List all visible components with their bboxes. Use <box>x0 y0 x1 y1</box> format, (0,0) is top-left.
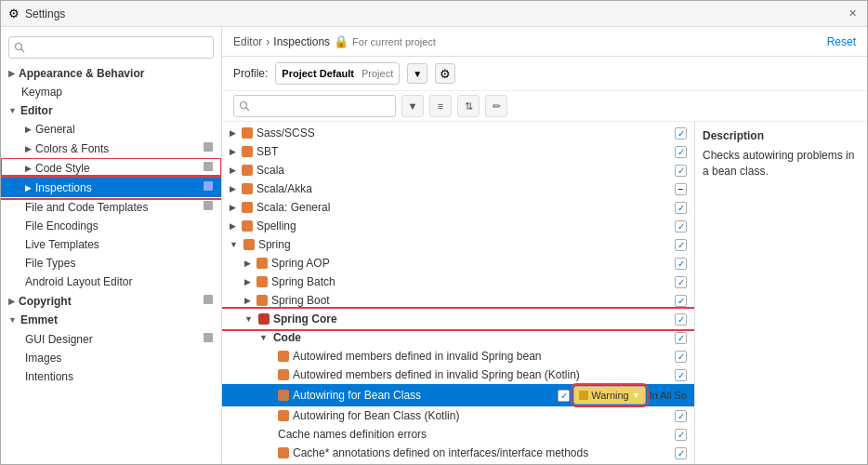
in-all-scope-label: In All So <box>650 390 687 401</box>
edit-button[interactable]: ✏ <box>485 95 507 117</box>
enabled-checkbox[interactable]: ✓ <box>675 369 687 381</box>
check-icon: ✓ <box>677 147 685 157</box>
breadcrumb-sep: › <box>266 35 270 48</box>
sidebar-icon <box>203 141 214 155</box>
profile-dropdown-button[interactable]: ▼ <box>407 63 427 84</box>
profile-name: Project Default <box>282 68 354 79</box>
enabled-checkbox[interactable]: ✓ <box>675 429 687 441</box>
description-panel: Description Checks autowiring problems i… <box>695 122 867 464</box>
sidebar-label: File and Code Templates <box>25 201 149 214</box>
sidebar-item-images[interactable]: Images <box>1 349 221 367</box>
enabled-checkbox[interactable]: ✓ <box>675 447 687 459</box>
sidebar-item-android-layout[interactable]: Android Layout Editor <box>1 272 221 291</box>
tree-item-autowiring-bean-kotlin[interactable]: Autowiring for Bean Class (Kotlin) ✓ <box>222 406 694 425</box>
expand-icon: ▼ <box>259 333 268 342</box>
enabled-checkbox[interactable]: ✓ <box>675 276 687 288</box>
filter-button[interactable]: ▼ <box>401 95 424 117</box>
warning-label: Warning <box>591 390 629 401</box>
check-icon: ✓ <box>677 128 685 139</box>
tree-item-autowiring-bean-class[interactable]: Autowiring for Bean Class ✓ Warning ▼ In… <box>222 384 694 406</box>
sidebar-label: File Encodings <box>25 219 99 232</box>
sidebar-item-general[interactable]: ▶ General <box>1 120 221 139</box>
enabled-checkbox[interactable]: ✓ <box>675 127 687 140</box>
sidebar-item-gui-designer[interactable]: GUI Designer <box>1 329 221 349</box>
check-icon: ✓ <box>560 391 568 401</box>
tree-item-spring-core[interactable]: ▼ Spring Core ✓ <box>222 310 694 328</box>
enabled-checkbox[interactable]: ✓ <box>675 332 687 344</box>
expand-icon: ▶ <box>230 166 236 175</box>
sidebar-label: File Types <box>25 257 75 270</box>
sidebar-item-copyright[interactable]: ▶ Copyright <box>1 291 221 311</box>
severity-swatch <box>256 258 268 269</box>
tree-item-scala-akka[interactable]: ▶ Scala/Akka − <box>222 179 694 198</box>
severity-swatch <box>242 183 253 194</box>
warning-dropdown-button[interactable]: Warning ▼ <box>573 386 645 405</box>
tree-item-cache-names[interactable]: Cache names definition errors ✓ <box>222 425 694 444</box>
svg-rect-5 <box>204 333 213 342</box>
sidebar-item-keymap[interactable]: Keymap <box>1 83 221 101</box>
enabled-checkbox[interactable]: − <box>675 183 687 195</box>
sidebar-item-inspections[interactable]: ▶ Inspections <box>1 178 221 197</box>
item-label: Autowiring for Bean Class <box>293 389 554 402</box>
tree-item-autowired-invalid[interactable]: Autowired members defined in invalid Spr… <box>222 347 694 365</box>
description-text: Checks autowiring problems in a bean cla… <box>703 148 860 179</box>
sidebar-item-emmet[interactable]: ▼ Emmet <box>1 311 221 329</box>
sidebar-label: Inspections <box>35 181 92 194</box>
sidebar-item-colors-fonts[interactable]: ▶ Colors & Fonts <box>1 139 221 158</box>
enabled-checkbox[interactable]: ✓ <box>675 410 687 422</box>
arrow-icon: ▶ <box>25 144 32 153</box>
tree-item-sass[interactable]: ▶ Sass/SCSS ✓ <box>222 124 694 142</box>
sidebar-item-file-types[interactable]: File Types <box>1 254 221 272</box>
tree-item-scala[interactable]: ▶ Scala ✓ <box>222 161 694 179</box>
reset-button[interactable]: Reset <box>827 35 856 48</box>
tree-item-spring-boot[interactable]: ▶ Spring Boot ✓ <box>222 291 694 310</box>
enabled-checkbox[interactable]: ✓ <box>675 202 687 214</box>
breadcrumb-current: Inspections <box>273 35 330 48</box>
sort-button[interactable]: ≡ <box>429 95 452 117</box>
enabled-checkbox[interactable]: ✓ <box>675 239 687 251</box>
filter-input[interactable] <box>233 95 396 117</box>
tree-item-cacheable-errors[interactable]: @Cacheable, @CacheEvict, @CachePut, @Cac… <box>222 462 694 464</box>
tree-item-spring[interactable]: ▼ Spring ✓ <box>222 235 694 254</box>
tree-item-scala-general[interactable]: ▶ Scala: General ✓ <box>222 198 694 217</box>
tree-item-spring-batch[interactable]: ▶ Spring Batch ✓ <box>222 272 694 291</box>
sidebar-search-input[interactable] <box>8 36 214 59</box>
severity-swatch <box>256 295 268 306</box>
profile-gear-button[interactable]: ⚙ <box>435 63 455 84</box>
sidebar-item-live-templates[interactable]: Live Templates <box>1 235 221 254</box>
tree-item-code[interactable]: ▼ Code ✓ <box>222 328 694 347</box>
profile-tag: Project <box>362 68 393 79</box>
enabled-checkbox[interactable]: ✓ <box>675 313 687 326</box>
tree-item-autowired-invalid-kotlin[interactable]: Autowired members defined in invalid Spr… <box>222 365 694 384</box>
sidebar-label: Images <box>25 352 61 365</box>
enabled-checkbox[interactable]: ✓ <box>675 295 687 307</box>
sidebar-label: Emmet <box>20 313 58 326</box>
severity-swatch <box>242 127 253 139</box>
expand-button[interactable]: ⇅ <box>457 95 480 117</box>
enabled-checkbox[interactable]: ✓ <box>675 351 687 363</box>
tree-item-sbt[interactable]: ▶ SBT ✓ <box>222 142 694 161</box>
profile-bar: Profile: Project Default Project ▼ ⚙ <box>222 57 867 91</box>
expand-icon: ▼ <box>230 240 238 249</box>
check-icon: ✓ <box>677 166 685 176</box>
severity-swatch <box>242 202 253 213</box>
enabled-checkbox[interactable]: ✓ <box>675 220 687 232</box>
enabled-checkbox[interactable]: ✓ <box>675 258 687 270</box>
sidebar-item-editor[interactable]: ▼ Editor <box>1 101 221 120</box>
enabled-checkbox[interactable]: ✓ <box>675 165 687 177</box>
check-icon: ✓ <box>677 411 685 421</box>
sidebar-item-file-encodings[interactable]: File Encodings <box>1 217 221 235</box>
sidebar-item-file-templates[interactable]: File and Code Templates <box>1 197 221 217</box>
dropdown-arrow-icon: ▼ <box>632 391 640 400</box>
enabled-checkbox[interactable]: ✓ <box>558 390 570 402</box>
tree-item-spring-aop[interactable]: ▶ Spring AOP ✓ <box>222 254 694 272</box>
severity-swatch <box>278 390 289 401</box>
sidebar-item-code-style[interactable]: ▶ Code Style <box>1 158 221 178</box>
tree-item-spelling[interactable]: ▶ Spelling ✓ <box>222 217 694 235</box>
sidebar-item-intentions[interactable]: Intentions <box>1 367 221 386</box>
sidebar-item-appearance[interactable]: ▶ Appearance & Behavior <box>1 64 221 83</box>
tree-item-cache-annotations[interactable]: Cache* annotations defined on interfaces… <box>222 444 694 462</box>
profile-select[interactable]: Project Default Project <box>275 62 400 85</box>
close-button[interactable]: ✕ <box>845 7 860 21</box>
enabled-checkbox[interactable]: ✓ <box>675 146 687 158</box>
